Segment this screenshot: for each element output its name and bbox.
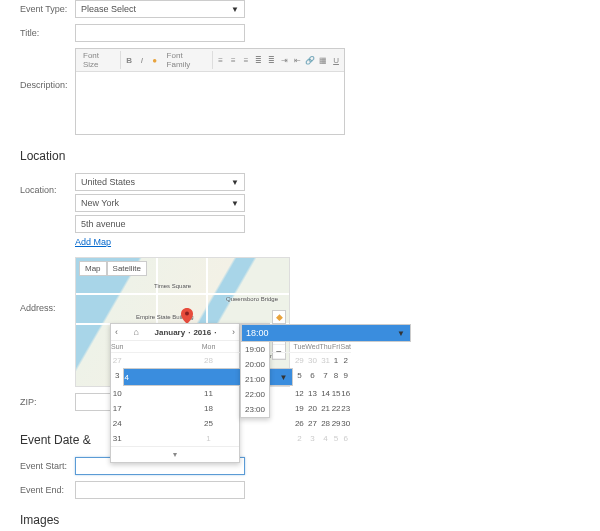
datepicker-day[interactable]: 21 <box>320 401 332 416</box>
description-editor: Font Size B I ● Font Family ≡ ≡ ≡ ≣ ≣ ⇥ … <box>75 48 345 135</box>
datepicker-day[interactable]: 6 <box>305 368 319 386</box>
list-ul-icon[interactable]: ≣ <box>254 55 264 65</box>
event-type-value: Please Select <box>81 4 136 14</box>
datepicker-day[interactable]: 27 <box>111 353 123 368</box>
timepicker-item[interactable]: 20:00 <box>241 357 269 372</box>
datepicker-day[interactable]: 2 <box>293 431 305 446</box>
bold-icon[interactable]: B <box>124 55 134 65</box>
timepicker-item[interactable]: 22:00 <box>241 387 269 402</box>
event-end-input[interactable] <box>75 481 245 499</box>
datepicker-dow: Thu <box>320 341 332 353</box>
pegman-icon[interactable]: ◆ <box>272 310 286 324</box>
map-poi-times: Times Square <box>154 283 191 289</box>
event-type-select[interactable]: Please Select <box>75 0 245 18</box>
italic-icon[interactable]: I <box>137 55 147 65</box>
datepicker-home-button[interactable]: ⌂ <box>134 327 139 337</box>
map-poi-queensboro: Queensboro Bridge <box>226 296 278 302</box>
state-value: New York <box>81 198 119 208</box>
datepicker-dow: Sat <box>341 341 352 353</box>
datepicker-day[interactable]: 1 <box>332 353 341 368</box>
datepicker-toggle-button[interactable]: ▾ <box>111 446 239 462</box>
datepicker-day[interactable]: 17 <box>111 401 123 416</box>
datepicker-year[interactable]: 2016 <box>193 328 211 337</box>
datepicker-dow: Sun <box>111 341 123 353</box>
datepicker-day[interactable]: 26 <box>293 416 305 431</box>
fontfamily-select[interactable]: Font Family <box>163 51 213 69</box>
timepicker-popup: 18:0019:0020:0021:0022:0023:00 <box>240 323 270 418</box>
datepicker-day[interactable]: 31 <box>320 353 332 368</box>
datepicker-day[interactable]: 9 <box>341 368 352 386</box>
location-label: Location: <box>20 173 75 195</box>
datepicker-day[interactable]: 4 <box>320 431 332 446</box>
datepicker-popup: ‹ ⌂ January · 2016 · › SunMonTueWedThuFr… <box>110 323 240 463</box>
datepicker-day[interactable]: 27 <box>305 416 319 431</box>
align-right-icon[interactable]: ≡ <box>241 55 251 65</box>
datepicker-month[interactable]: January <box>155 328 186 337</box>
datepicker-day[interactable]: 1 <box>123 431 293 446</box>
datepicker-day[interactable]: 12 <box>293 386 305 401</box>
datepicker-day[interactable]: 2 <box>341 353 352 368</box>
map-btn-satellite[interactable]: Satellite <box>107 261 147 276</box>
street-value: 5th avenue <box>81 219 126 229</box>
datepicker-day[interactable]: 3 <box>111 368 123 386</box>
indent-icon[interactable]: ⇥ <box>280 55 290 65</box>
datepicker-prev-button[interactable]: ‹ <box>115 327 118 337</box>
list-ol-icon[interactable]: ≣ <box>267 55 277 65</box>
datepicker-day[interactable]: 5 <box>293 368 305 386</box>
editor-toolbar: Font Size B I ● Font Family ≡ ≡ ≡ ≣ ≣ ⇥ … <box>76 49 344 72</box>
event-end-label: Event End: <box>20 481 75 495</box>
timepicker-item[interactable]: 18:00 <box>241 324 411 342</box>
datepicker-day[interactable]: 19 <box>293 401 305 416</box>
underline-icon[interactable]: U <box>331 55 341 65</box>
timepicker-item[interactable]: 19:00 <box>241 342 269 357</box>
datepicker-day[interactable]: 6 <box>341 431 352 446</box>
datepicker-day[interactable]: 31 <box>111 431 123 446</box>
event-start-label: Event Start: <box>20 457 75 471</box>
datepicker-day[interactable]: 20 <box>305 401 319 416</box>
datepicker-day[interactable]: 28 <box>320 416 332 431</box>
datepicker-day[interactable]: 10 <box>111 386 123 401</box>
datepicker-day[interactable]: 25 <box>123 416 293 431</box>
datepicker-day[interactable]: 14 <box>320 386 332 401</box>
datepicker-day[interactable]: 13 <box>305 386 319 401</box>
country-value: United States <box>81 177 135 187</box>
datepicker-day[interactable]: 23 <box>341 401 352 416</box>
datepicker-dow: Fri <box>332 341 341 353</box>
address-label: Address: <box>20 253 75 313</box>
datepicker-day[interactable]: 16 <box>341 386 352 401</box>
street-input[interactable]: 5th avenue <box>75 215 245 233</box>
outdent-icon[interactable]: ⇤ <box>293 55 303 65</box>
image-icon[interactable]: ▦ <box>318 55 328 65</box>
event-type-label: Event Type: <box>20 0 75 14</box>
svg-point-0 <box>185 312 189 316</box>
map-pin-icon <box>181 308 193 320</box>
align-left-icon[interactable]: ≡ <box>216 55 226 65</box>
datepicker-day[interactable]: 22 <box>332 401 341 416</box>
fontsize-select[interactable]: Font Size <box>79 51 121 69</box>
datepicker-day[interactable]: 15 <box>332 386 341 401</box>
datepicker-day[interactable]: 29 <box>332 416 341 431</box>
datepicker-next-button[interactable]: › <box>232 327 235 337</box>
state-select[interactable]: New York <box>75 194 245 212</box>
map-type-control: Map Satellite <box>79 261 147 276</box>
datepicker-day[interactable]: 24 <box>111 416 123 431</box>
title-input[interactable] <box>75 24 245 42</box>
timepicker-item[interactable]: 23:00 <box>241 402 269 417</box>
color-icon[interactable]: ● <box>150 55 160 65</box>
images-heading: Images <box>20 513 580 527</box>
map-btn-map[interactable]: Map <box>79 261 107 276</box>
datepicker-day[interactable]: 7 <box>320 368 332 386</box>
country-select[interactable]: United States <box>75 173 245 191</box>
datepicker-day[interactable]: 30 <box>305 353 319 368</box>
datepicker-day[interactable]: 8 <box>332 368 341 386</box>
datepicker-day[interactable]: 3 <box>305 431 319 446</box>
add-map-link[interactable]: Add Map <box>75 237 111 247</box>
description-label: Description: <box>20 48 75 90</box>
datepicker-day[interactable]: 30 <box>341 416 352 431</box>
align-center-icon[interactable]: ≡ <box>228 55 238 65</box>
description-textarea[interactable] <box>76 72 344 134</box>
timepicker-item[interactable]: 21:00 <box>241 372 269 387</box>
link-icon[interactable]: 🔗 <box>305 55 315 65</box>
datepicker-day[interactable]: 29 <box>293 353 305 368</box>
datepicker-day[interactable]: 5 <box>332 431 341 446</box>
